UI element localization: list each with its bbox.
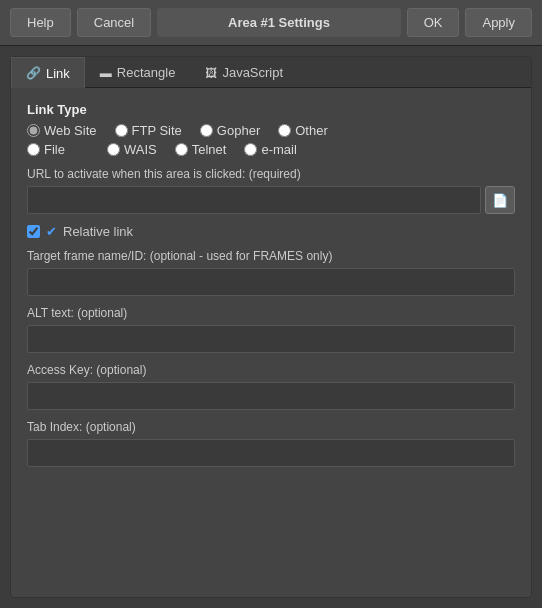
- tab-index-label: Tab Index: (optional): [27, 420, 515, 434]
- link-type-title: Link Type: [27, 102, 515, 117]
- url-input-row: 📄: [27, 186, 515, 214]
- browse-icon: 📄: [492, 193, 508, 208]
- tab-bar: 🔗 Link ▬ Rectangle 🖼 JavaScript: [11, 57, 531, 88]
- tab-content: Link Type Web Site FTP Site Gopher: [11, 88, 531, 597]
- ok-button[interactable]: OK: [407, 8, 460, 37]
- target-frame-input[interactable]: [27, 268, 515, 296]
- cancel-button[interactable]: Cancel: [77, 8, 151, 37]
- tab-index-input[interactable]: [27, 439, 515, 467]
- access-key-group: Access Key: (optional): [27, 363, 515, 410]
- tab-link[interactable]: 🔗 Link: [11, 57, 85, 88]
- radio-ftpsite[interactable]: FTP Site: [115, 123, 182, 138]
- apply-button[interactable]: Apply: [465, 8, 532, 37]
- alt-text-input[interactable]: [27, 325, 515, 353]
- url-field-group: URL to activate when this area is clicke…: [27, 167, 515, 214]
- access-key-label: Access Key: (optional): [27, 363, 515, 377]
- target-frame-label: Target frame name/ID: (optional - used f…: [27, 249, 515, 263]
- tab-javascript[interactable]: 🖼 JavaScript: [190, 57, 298, 87]
- alt-text-group: ALT text: (optional): [27, 306, 515, 353]
- title-button: Area #1 Settings: [157, 8, 400, 37]
- url-label: URL to activate when this area is clicke…: [27, 167, 515, 181]
- radio-email[interactable]: e-mail: [244, 142, 296, 157]
- radio-telnet[interactable]: Telnet: [175, 142, 227, 157]
- main-panel: 🔗 Link ▬ Rectangle 🖼 JavaScript Link Typ…: [10, 56, 532, 598]
- link-icon: 🔗: [26, 66, 41, 80]
- relative-link-label[interactable]: ✔ Relative link: [27, 224, 515, 239]
- tab-index-group: Tab Index: (optional): [27, 420, 515, 467]
- relative-link-row: ✔ Relative link: [27, 224, 515, 239]
- link-type-section: Link Type Web Site FTP Site Gopher: [27, 102, 515, 157]
- checkmark-icon: ✔: [46, 224, 57, 239]
- radio-file[interactable]: File: [27, 142, 65, 157]
- tab-rectangle[interactable]: ▬ Rectangle: [85, 57, 191, 87]
- alt-text-label: ALT text: (optional): [27, 306, 515, 320]
- access-key-input[interactable]: [27, 382, 515, 410]
- help-button[interactable]: Help: [10, 8, 71, 37]
- target-frame-group: Target frame name/ID: (optional - used f…: [27, 249, 515, 296]
- radio-gopher[interactable]: Gopher: [200, 123, 260, 138]
- url-input[interactable]: [27, 186, 481, 214]
- javascript-icon: 🖼: [205, 66, 217, 80]
- radio-website[interactable]: Web Site: [27, 123, 97, 138]
- browse-button[interactable]: 📄: [485, 186, 515, 214]
- radio-other[interactable]: Other: [278, 123, 328, 138]
- rectangle-icon: ▬: [100, 66, 112, 80]
- relative-link-checkbox[interactable]: [27, 225, 40, 238]
- toolbar: Help Cancel Area #1 Settings OK Apply: [0, 0, 542, 46]
- radio-wais[interactable]: WAIS: [107, 142, 157, 157]
